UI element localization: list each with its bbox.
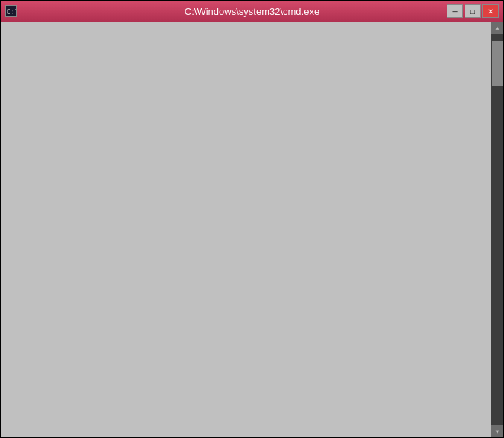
console-wrapper: Microsoft Windows [版本 6.3.9600] (c) 2013… — [1, 22, 503, 437]
window-title: C:\Windows\system32\cmd.exe — [185, 6, 319, 17]
cmd-window: C:\ C:\Windows\system32\cmd.exe ─ □ ✕ Mi… — [0, 0, 504, 438]
close-button[interactable]: ✕ — [482, 4, 499, 18]
scroll-thumb[interactable] — [492, 41, 503, 86]
title-bar: C:\ C:\Windows\system32\cmd.exe ─ □ ✕ — [1, 1, 503, 22]
console-output[interactable]: Microsoft Windows [版本 6.3.9600] (c) 2013… — [1, 22, 491, 437]
cmd-icon: C:\ — [5, 5, 17, 17]
maximize-button[interactable]: □ — [465, 4, 481, 18]
scroll-up-arrow[interactable]: ▲ — [491, 22, 503, 34]
scroll-down-arrow[interactable]: ▼ — [491, 425, 503, 437]
svg-text:C:\: C:\ — [7, 8, 16, 16]
title-bar-left: C:\ — [5, 5, 17, 17]
minimize-button[interactable]: ─ — [447, 4, 463, 18]
scroll-track[interactable] — [491, 34, 503, 425]
scrollbar[interactable]: ▲ ▼ — [491, 22, 503, 437]
window-controls: ─ □ ✕ — [447, 4, 499, 18]
